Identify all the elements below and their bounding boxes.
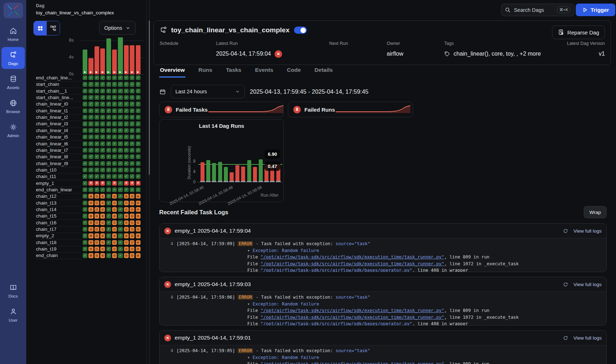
task-instance-cell[interactable]: ✓: [124, 82, 129, 87]
task-instance-cell[interactable]: ×: [124, 181, 129, 186]
task-instance-cell[interactable]: [112, 247, 117, 251]
task-instance-cell[interactable]: [88, 240, 93, 245]
task-name[interactable]: chain_linear_t3: [36, 121, 82, 127]
task-instance-cell[interactable]: [88, 253, 93, 258]
task-instance-cell[interactable]: ✓: [95, 75, 99, 80]
task-instance-cell[interactable]: [95, 253, 99, 258]
task-instance-cell[interactable]: ✓: [106, 194, 111, 199]
metric-card-failed-runs[interactable]: 8Failed Runs: [288, 102, 413, 117]
task-instance-cell[interactable]: ✓: [100, 161, 105, 166]
task-instance-cell[interactable]: ✓: [95, 187, 99, 192]
task-instance-cell[interactable]: ✓: [106, 253, 111, 258]
task-instance-cell[interactable]: ✓: [118, 207, 123, 212]
task-instance-cell[interactable]: ✓: [83, 247, 87, 251]
run-duration-bar[interactable]: [247, 160, 251, 182]
task-instance-cell[interactable]: ✓: [106, 227, 111, 232]
task-instance-cell[interactable]: ✓: [130, 102, 134, 106]
task-instance-cell[interactable]: ✓: [83, 154, 87, 159]
task-instance-cell[interactable]: ✓: [100, 121, 105, 126]
task-instance-cell[interactable]: [88, 227, 93, 232]
task-instance-cell[interactable]: ✓: [106, 187, 111, 192]
task-instance-cell[interactable]: ✓: [83, 181, 87, 186]
task-instance-cell[interactable]: ✓: [118, 181, 123, 186]
task-name[interactable]: end_chain: [36, 253, 82, 259]
task-instance-cell[interactable]: [112, 214, 117, 218]
task-instance-cell[interactable]: ✓: [130, 154, 134, 159]
task-instance-cell[interactable]: ✓: [83, 214, 87, 218]
task-instance-cell[interactable]: [124, 214, 129, 218]
task-instance-cell[interactable]: ✓: [83, 220, 87, 225]
task-instance-cell[interactable]: ✓: [136, 148, 141, 153]
view-full-logs-link[interactable]: View full logs: [573, 335, 602, 341]
airflow-logo[interactable]: [4, 3, 23, 18]
task-name[interactable]: empty_2: [36, 233, 82, 239]
task-instance-cell[interactable]: ✓: [88, 168, 93, 172]
task-instance-cell[interactable]: [95, 214, 99, 218]
task-instance-cell[interactable]: ✓: [130, 168, 134, 172]
task-instance-cell[interactable]: ✓: [118, 135, 123, 139]
task-instance-cell[interactable]: [88, 220, 93, 225]
task-instance-cell[interactable]: [124, 240, 129, 245]
task-instance-cell[interactable]: ✓: [124, 102, 129, 106]
dag-pause-toggle[interactable]: [294, 27, 307, 34]
task-instance-cell[interactable]: ✓: [112, 141, 117, 146]
task-instance-cell[interactable]: ✓: [118, 161, 123, 166]
task-instance-cell[interactable]: ✓: [136, 161, 141, 166]
task-name[interactable]: chain_t13: [36, 200, 82, 207]
task-instance-cell[interactable]: ✓: [88, 154, 93, 159]
task-instance-cell[interactable]: ✓: [124, 161, 129, 166]
task-instance-cell[interactable]: [124, 253, 129, 258]
task-instance-cell[interactable]: ✓: [88, 115, 93, 120]
task-instance-cell[interactable]: ✓: [118, 194, 123, 199]
task-instance-cell[interactable]: [95, 207, 99, 212]
task-instance-cell[interactable]: ✓: [100, 174, 105, 179]
task-instance-cell[interactable]: ✓: [124, 89, 129, 93]
task-instance-cell[interactable]: ✓: [88, 89, 93, 93]
task-instance-cell[interactable]: ✓: [112, 102, 117, 106]
dag-run-bar[interactable]: [130, 45, 134, 74]
task-instance-cell[interactable]: ✓: [88, 141, 93, 146]
task-instance-cell[interactable]: ✓: [83, 187, 87, 192]
main-scrollbar-thumb[interactable]: [149, 20, 150, 175]
task-instance-cell[interactable]: ✓: [112, 168, 117, 172]
task-instance-cell[interactable]: [136, 194, 141, 199]
task-instance-cell[interactable]: ×: [88, 181, 93, 186]
task-name[interactable]: chain_linear_t0: [36, 101, 82, 108]
task-instance-cell[interactable]: ✓: [95, 89, 99, 93]
task-instance-cell[interactable]: ✓: [124, 154, 129, 159]
task-instance-cell[interactable]: ✓: [83, 108, 87, 113]
task-instance-cell[interactable]: [88, 247, 93, 251]
task-name[interactable]: chain_linear_t9: [36, 161, 82, 167]
task-instance-cell[interactable]: ✓: [95, 174, 99, 179]
task-instance-cell[interactable]: ✓: [100, 135, 105, 139]
task-instance-cell[interactable]: [100, 220, 105, 225]
task-instance-cell[interactable]: [100, 240, 105, 245]
task-instance-cell[interactable]: ✓: [95, 148, 99, 153]
task-instance-cell[interactable]: [136, 240, 141, 245]
task-instance-cell[interactable]: ✓: [88, 135, 93, 139]
task-name[interactable]: chain_t16: [36, 220, 82, 227]
task-instance-cell[interactable]: ✓: [112, 154, 117, 159]
task-instance-cell[interactable]: ✓: [118, 174, 123, 179]
task-instance-cell[interactable]: ✓: [112, 75, 117, 80]
run-duration-bar[interactable]: [241, 167, 245, 182]
task-instance-cell[interactable]: ✓: [106, 181, 111, 186]
task-instance-cell[interactable]: [136, 253, 141, 258]
task-instance-cell[interactable]: [124, 207, 129, 212]
task-instance-cell[interactable]: [136, 207, 141, 212]
task-instance-cell[interactable]: ✓: [118, 154, 123, 159]
collapse-triangle-icon[interactable]: ▾: [247, 355, 253, 360]
task-instance-cell[interactable]: ×: [130, 181, 134, 186]
task-instance-cell[interactable]: ✓: [106, 207, 111, 212]
task-instance-cell[interactable]: [100, 233, 105, 238]
task-instance-cell[interactable]: ✓: [136, 95, 141, 100]
task-instance-cell[interactable]: ✓: [106, 240, 111, 245]
task-instance-cell[interactable]: ✓: [95, 154, 99, 159]
task-instance-cell[interactable]: [136, 233, 141, 238]
task-instance-cell[interactable]: [130, 214, 134, 218]
task-instance-cell[interactable]: ✓: [106, 121, 111, 126]
task-instance-cell[interactable]: [130, 233, 134, 238]
task-instance-cell[interactable]: ✓: [83, 168, 87, 172]
task-instance-cell[interactable]: ✓: [112, 115, 117, 120]
task-instance-cell[interactable]: ✓: [118, 168, 123, 172]
